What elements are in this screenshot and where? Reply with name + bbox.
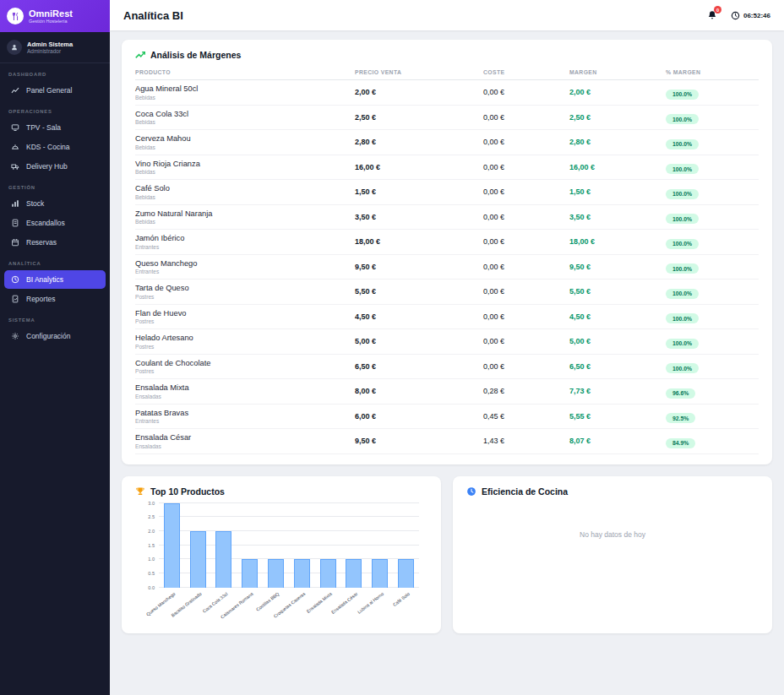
cost-cell: 0,00 €	[483, 213, 569, 221]
product-cell: Agua Mineral 50clBebidas	[135, 84, 355, 100]
cost-cell: 0,00 €	[483, 237, 569, 246]
bar	[346, 559, 362, 587]
product-category: Entrantes	[135, 269, 355, 274]
bar	[215, 531, 231, 588]
sidebar-item-label: BI Analytics	[26, 275, 63, 284]
price-cell: 9,50 €	[355, 437, 483, 445]
margin-pct-badge: 100.0%	[666, 164, 699, 174]
margin-pct-badge: 92.5%	[666, 413, 695, 423]
product-category: Postres	[135, 368, 355, 374]
document-icon	[11, 219, 20, 227]
brand: OmniRest Gestión Hostelería	[0, 0, 110, 32]
margin-pct-badge: 100.0%	[666, 363, 699, 373]
margin-pct-badge: 100.0%	[666, 289, 699, 299]
cost-cell: 0,00 €	[483, 312, 569, 321]
sidebar-item-kds-cocina[interactable]: KDS - Cocina	[4, 138, 106, 156]
product-cell: Vino Rioja CrianzaBebidas	[135, 160, 355, 176]
clock: 06:52:46	[731, 11, 770, 20]
margin-pct-cell: 100.0%	[666, 359, 759, 374]
bar	[164, 503, 180, 588]
brand-subtitle: Gestión Hostelería	[29, 19, 73, 24]
price-cell: 9,50 €	[355, 263, 483, 271]
sidebar-item-tpv-sala[interactable]: TPV - Sala	[4, 118, 106, 137]
margins-card: Análisis de Márgenes PRODUCTOPRECIO VENT…	[122, 40, 772, 464]
price-cell: 5,00 €	[355, 337, 483, 345]
price-cell: 6,00 €	[355, 412, 483, 421]
product-category: Ensaladas	[135, 394, 355, 399]
product-category: Postres	[135, 318, 355, 324]
sidebar-item-label: Reportes	[26, 295, 56, 303]
table-row: Helado ArtesanoPostres5,00 €0,00 €5,00 €…	[135, 329, 759, 355]
margin-pct-cell: 100.0%	[666, 334, 759, 349]
sidebar-item-bi-analytics[interactable]: BI Analytics	[4, 270, 106, 289]
table-row: Ensalada CésarEnsaladas9,50 €1,43 €8,07 …	[135, 429, 759, 454]
sidebar-item-label: Stock	[26, 199, 44, 208]
empty-state-message: No hay datos de hoy	[466, 503, 759, 539]
bars-group	[159, 503, 419, 588]
price-cell: 3,50 €	[355, 213, 483, 221]
bar	[190, 531, 206, 588]
product-cell: Café SoloBebidas	[135, 184, 355, 200]
table-row: Cerveza MahouBebidas2,80 €0,00 €2,80 €10…	[135, 130, 759, 155]
restaurant-logo-icon	[7, 8, 24, 24]
clock-time: 06:52:46	[743, 12, 770, 19]
truck-icon	[11, 162, 20, 171]
margin-pct-cell: 100.0%	[666, 309, 759, 324]
product-cell: Patatas BravasEntrantes	[135, 409, 355, 425]
margin-pct-cell: 100.0%	[666, 110, 759, 125]
margin-cell: 5,55 €	[569, 412, 666, 421]
cost-cell: 0,00 €	[483, 138, 569, 146]
bar	[372, 559, 388, 587]
product-cell: Coulant de ChocolatePostres	[135, 359, 355, 375]
margin-pct-badge: 100.0%	[666, 214, 699, 224]
sidebar-nav: DASHBOARDPanel GeneralOPERACIONESTPV - S…	[0, 63, 110, 346]
cost-cell: 0,00 €	[483, 337, 569, 345]
margin-cell: 18,00 €	[569, 237, 666, 246]
sidebar-item-reservas[interactable]: Reservas	[4, 233, 106, 252]
margin-cell: 3,50 €	[569, 213, 666, 221]
bar	[242, 559, 258, 587]
nav-section-label-operaciones: OPERACIONES	[0, 100, 110, 117]
kitchen-card-title: Eficiencia de Cocina	[482, 486, 568, 497]
margin-pct-cell: 100.0%	[666, 259, 759, 274]
price-cell: 2,00 €	[355, 88, 483, 96]
content: Análisis de Márgenes PRODUCTOPRECIO VENT…	[110, 30, 784, 695]
price-cell: 18,00 €	[355, 237, 483, 246]
product-name: Coulant de Chocolate	[135, 359, 355, 367]
sidebar-item-label: Escandallos	[26, 219, 65, 227]
margin-pct-cell: 100.0%	[666, 209, 759, 225]
margin-pct-cell: 84.9%	[666, 433, 759, 448]
sidebar-item-delivery-hub[interactable]: Delivery Hub	[4, 157, 106, 176]
sidebar-item-panel-general[interactable]: Panel General	[4, 81, 106, 100]
cost-cell: 0,00 €	[483, 362, 569, 371]
margin-pct-badge: 96.6%	[666, 388, 695, 399]
table-row: Tarta de QuesoPostres5,50 €0,00 €5,50 €1…	[135, 280, 759, 305]
bar	[320, 559, 336, 587]
sidebar-item-configuraci-n[interactable]: Configuración	[4, 327, 106, 345]
sidebar-item-escandallos[interactable]: Escandallos	[4, 214, 106, 232]
price-cell: 5,50 €	[355, 287, 483, 296]
trend-up-icon	[135, 50, 145, 60]
margin-pct-badge: 100.0%	[666, 189, 699, 199]
sidebar-item-stock[interactable]: Stock	[4, 194, 106, 213]
line-chart-icon	[11, 86, 20, 95]
margin-pct-cell: 100.0%	[666, 160, 759, 175]
user-profile: Admin Sistema Administrador	[0, 32, 110, 63]
product-cell: Cerveza MahouBebidas	[135, 134, 355, 150]
bar-chart: 0.00.51.01.52.02.53.0	[159, 503, 419, 588]
product-category: Postres	[135, 344, 355, 350]
cost-cell: 0,00 €	[483, 163, 569, 171]
margin-pct-badge: 100.0%	[666, 90, 699, 100]
cost-cell: 0,00 €	[483, 263, 569, 271]
sidebar-item-reportes[interactable]: Reportes	[4, 290, 106, 308]
cloche-icon	[11, 143, 20, 151]
notifications-button[interactable]: 0	[707, 10, 717, 20]
bar-chart-icon	[11, 199, 20, 208]
nav-section-label-sistema: SISTEMA	[0, 309, 110, 326]
sidebar-item-label: Configuración	[26, 332, 70, 340]
product-name: Cerveza Mahou	[135, 134, 355, 143]
calendar-icon	[11, 238, 20, 247]
sidebar: OmniRest Gestión Hostelería Admin Sistem…	[0, 0, 110, 695]
product-cell: Zumo Natural NaranjaBebidas	[135, 209, 355, 225]
price-cell: 16,00 €	[355, 163, 483, 171]
